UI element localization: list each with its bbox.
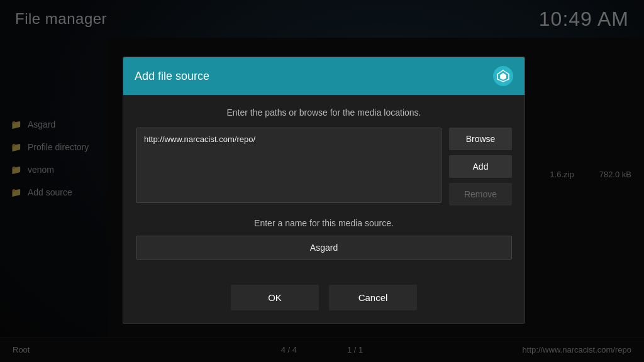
remove-button: Remove <box>449 183 512 206</box>
path-input[interactable]: http://www.narcacist.com/repo/ <box>136 128 441 203</box>
name-input[interactable] <box>136 236 512 260</box>
dialog-header: Add file source <box>123 57 525 95</box>
ok-button[interactable]: OK <box>231 285 319 310</box>
dialog-hint-name: Enter a name for this media source. <box>136 218 512 228</box>
add-file-source-dialog: Add file source Enter the paths or brows… <box>123 57 525 324</box>
kodi-logo <box>493 66 513 86</box>
browse-button[interactable]: Browse <box>449 128 512 150</box>
path-buttons: Browse Add Remove <box>449 128 512 206</box>
add-button[interactable]: Add <box>449 155 512 178</box>
dialog-footer: OK Cancel <box>123 275 525 323</box>
dialog-title: Add file source <box>135 70 209 83</box>
dialog-body: Enter the paths or browse for the media … <box>123 95 525 275</box>
cancel-button[interactable]: Cancel <box>329 285 417 310</box>
name-section: Enter a name for this media source. <box>136 218 512 260</box>
svg-marker-1 <box>500 73 506 80</box>
dialog-hint-paths: Enter the paths or browse for the media … <box>136 107 512 118</box>
path-row: http://www.narcacist.com/repo/ Browse Ad… <box>136 128 512 206</box>
